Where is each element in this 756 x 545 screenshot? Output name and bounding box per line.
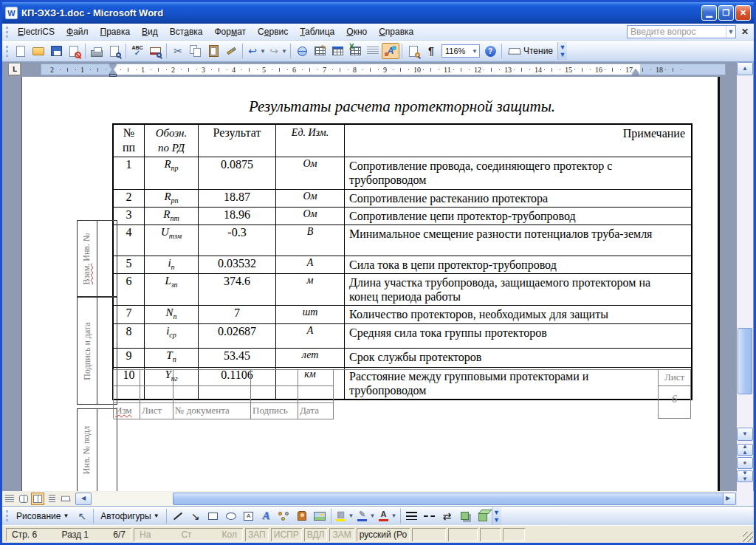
redo-button[interactable]: ↪ xyxy=(267,43,281,59)
menu-item-9[interactable]: Справка xyxy=(373,24,419,39)
cell-unit[interactable]: м xyxy=(276,274,345,306)
cell-note[interactable]: Минимальное смещение разности потенциало… xyxy=(345,225,692,256)
insert-picture-button[interactable] xyxy=(311,508,329,524)
menu-item-8[interactable]: Окно xyxy=(340,24,373,39)
fill-color-dropdown-icon[interactable]: ▼ xyxy=(348,513,355,519)
line-tool-button[interactable] xyxy=(169,508,187,524)
document-map-button[interactable] xyxy=(405,43,422,59)
menu-item-4[interactable]: Вставка xyxy=(164,24,209,39)
cell-unit[interactable]: Ом xyxy=(276,208,345,225)
cell-note[interactable]: Количество протекторов, необходимых для … xyxy=(345,306,692,324)
title-bar[interactable]: W КП-ЭХЗ-1.doc - Microsoft Word ▁ ❐ ✕ xyxy=(2,2,754,24)
undo-button[interactable]: ↩ xyxy=(245,43,260,59)
copy-button[interactable] xyxy=(187,43,205,59)
results-table-header[interactable]: Ед. Изм. xyxy=(276,125,345,157)
cell-number[interactable]: 7 xyxy=(114,306,145,324)
cell-note[interactable]: Сопротивление растеканию протектора xyxy=(345,190,692,208)
horizontal-scroll-thumb[interactable] xyxy=(173,493,724,505)
cell-number[interactable]: 9 xyxy=(114,349,145,368)
select-browse-object-button[interactable]: ● xyxy=(737,457,753,469)
print-preview-button[interactable] xyxy=(106,43,123,59)
menu-item-0[interactable]: ElectriCS xyxy=(12,24,61,39)
question-dropdown-icon[interactable]: ▼ xyxy=(726,26,735,38)
menu-item-7[interactable]: Таблица xyxy=(294,24,340,39)
line-style-button[interactable] xyxy=(403,508,421,524)
threed-style-button[interactable] xyxy=(474,508,492,524)
cell-symbol[interactable]: Nп xyxy=(145,306,199,324)
minimize-button[interactable]: ▁ xyxy=(701,5,717,21)
insert-hyperlink-button[interactable] xyxy=(293,43,311,59)
cell-unit[interactable]: В xyxy=(276,225,345,256)
font-color-dropdown-icon[interactable]: ▼ xyxy=(391,513,398,519)
cell-symbol[interactable]: Uтзм xyxy=(145,225,199,256)
cell-symbol[interactable]: iп xyxy=(145,256,199,274)
cell-symbol[interactable]: Rпр xyxy=(145,157,199,190)
cell-note[interactable]: Срок службы протекторов xyxy=(345,349,692,368)
next-page-button[interactable]: ▼▼ xyxy=(737,470,753,482)
toolbar-options-chevron[interactable]: ▼▼ xyxy=(557,42,567,60)
menu-grip[interactable] xyxy=(6,27,10,38)
scroll-up-button[interactable]: ▲ xyxy=(737,62,753,75)
first-line-indent-marker[interactable] xyxy=(109,64,117,69)
cell-result[interactable]: 374.6 xyxy=(199,274,276,306)
cell-unit[interactable]: шт xyxy=(276,306,345,324)
tab-selector-button[interactable]: L xyxy=(8,63,21,76)
clip-art-button[interactable] xyxy=(293,508,311,524)
overtype-toggle[interactable]: ЗАМ xyxy=(329,528,354,541)
cell-note[interactable]: Расстояние между групповыми протекторами… xyxy=(345,368,692,400)
rectangle-tool-button[interactable] xyxy=(205,508,222,524)
menu-item-1[interactable]: Файл xyxy=(61,24,94,39)
cell-note[interactable]: Сопротивление провода, соединяющего прот… xyxy=(345,157,692,190)
normal-view-button[interactable] xyxy=(3,493,16,505)
maximize-button[interactable]: ❐ xyxy=(718,5,734,21)
wordart-button[interactable]: А xyxy=(258,508,275,524)
web-layout-view-button[interactable] xyxy=(17,493,30,505)
redo-dropdown-icon[interactable]: ▼ xyxy=(281,48,288,55)
print-layout-view-button[interactable] xyxy=(31,493,44,505)
cell-unit[interactable]: А xyxy=(276,324,345,349)
document-page[interactable]: Результаты расчета протекторной защиты. … xyxy=(21,77,720,491)
draw-menu-button[interactable]: Рисование▼ xyxy=(12,510,73,523)
cut-button[interactable]: ✂ xyxy=(169,43,187,59)
track-changes-toggle[interactable]: ИСПР xyxy=(271,528,302,541)
horizontal-ruler[interactable]: 21123456789101112131415161718 xyxy=(41,64,726,75)
columns-button[interactable] xyxy=(364,43,382,59)
scroll-down-button[interactable]: ▼ xyxy=(737,428,753,441)
line-color-button[interactable]: ✎ xyxy=(355,509,370,524)
arrow-style-button[interactable]: ⇄ xyxy=(439,508,456,524)
cell-number[interactable]: 4 xyxy=(114,225,145,256)
tables-and-borders-button[interactable]: ✎ xyxy=(311,43,329,59)
results-table-header[interactable]: Обозн.по РД xyxy=(145,125,199,157)
fill-color-button[interactable]: ▨ xyxy=(334,509,348,524)
cell-number[interactable]: 2 xyxy=(114,190,145,208)
extend-selection-toggle[interactable]: ВДЛ xyxy=(304,528,328,541)
cell-number[interactable]: 6 xyxy=(114,274,145,306)
right-indent-marker[interactable] xyxy=(632,69,639,75)
cell-note[interactable]: Сила тока в цепи протектор-трубопровод xyxy=(345,256,692,274)
reading-mode-button[interactable]: Чтение xyxy=(504,44,557,58)
text-box-button[interactable]: А xyxy=(240,508,258,524)
menubar-close-icon[interactable]: ✕ xyxy=(739,26,751,38)
cell-number[interactable]: 8 xyxy=(114,324,145,349)
results-table-header[interactable]: Примечание xyxy=(345,125,692,157)
font-color-button[interactable]: А xyxy=(377,509,391,524)
dash-style-button[interactable] xyxy=(421,508,439,524)
outline-view-button[interactable] xyxy=(45,493,58,505)
oval-tool-button[interactable] xyxy=(222,508,240,524)
insert-table-button[interactable] xyxy=(329,43,346,59)
vertical-scroll-thumb[interactable] xyxy=(738,328,752,394)
undo-dropdown-icon[interactable]: ▼ xyxy=(260,48,267,55)
cell-result[interactable]: 0.02687 xyxy=(199,324,276,349)
cell-unit[interactable]: Ом xyxy=(276,157,345,190)
cell-unit[interactable]: Ом xyxy=(276,190,345,208)
cell-unit[interactable]: А xyxy=(276,256,345,274)
spelling-button[interactable]: ABC✓ xyxy=(128,43,146,59)
show-formatting-button[interactable]: ¶ xyxy=(422,43,440,59)
help-button[interactable]: ? xyxy=(481,43,499,59)
cell-note[interactable]: Длина участка трубопровода, защищаемого … xyxy=(345,274,692,306)
cell-symbol[interactable]: iср xyxy=(145,324,199,349)
cell-number[interactable]: 1 xyxy=(114,157,145,190)
arrow-tool-button[interactable]: ↘ xyxy=(187,508,205,524)
drawbar-options-chevron[interactable]: ▼▼ xyxy=(492,507,501,525)
language-indicator[interactable]: русский (Ро xyxy=(357,528,410,541)
